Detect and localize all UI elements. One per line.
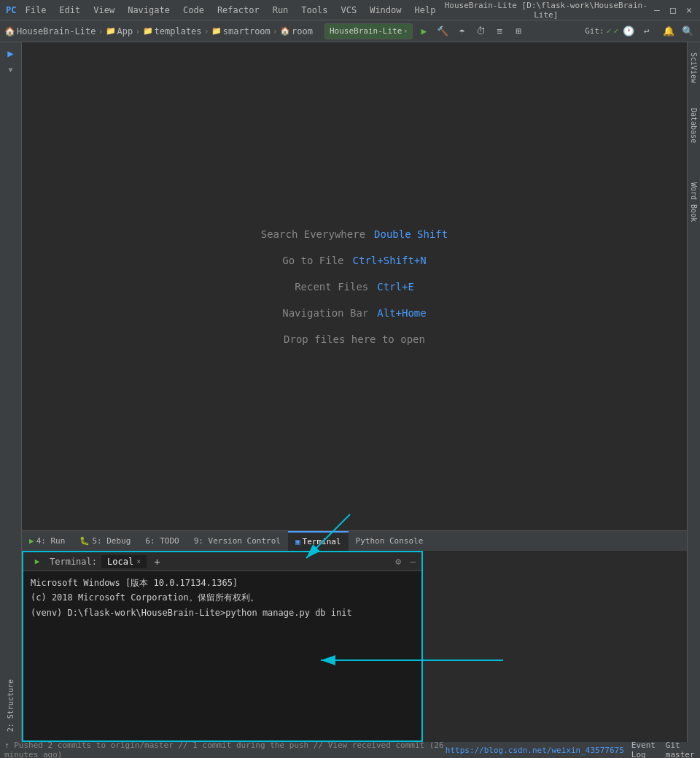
terminal-local-tab[interactable]: Local × [101,555,147,568]
hint-goto: Go to File Ctrl+Shift+N [282,255,426,266]
git-rollback-button[interactable]: ↩ [639,23,655,39]
menu-code[interactable]: Code [179,2,209,18]
git-label: Git: [585,26,604,36]
breadcrumb-project[interactable]: HouseBrain-Lite [17,26,96,36]
menu-refactor[interactable]: Refactor [213,2,264,18]
breadcrumb-smartroom[interactable]: smartroom [223,26,271,36]
run-config-dropdown[interactable]: ▾ [403,27,408,35]
run-config-label: HouseBrain-Lite [330,26,402,36]
git-branch[interactable]: Git master [666,740,696,758]
terminal-line-2: (c) 2018 Microsoft Corporation。保留所有权利。 [31,590,414,605]
debug-tab-label: 5: Debug [92,536,131,546]
terminal-minimize-btn[interactable]: — [410,556,416,567]
extra-button[interactable]: ⊞ [510,23,526,39]
left-sidebar: ▶ ▼ 2: Structure [0,42,22,742]
menu-run[interactable]: Run [268,2,293,18]
bottom-tabs-row: ▶ 4: Run 🐛 5: Debug 6: TODO 9: Version C… [22,530,687,551]
maximize-button[interactable]: □ [668,5,678,15]
database-tab[interactable]: Database [688,104,699,147]
title-bar: PC File Edit View Navigate Code Refactor… [0,0,700,20]
menu-help[interactable]: Help [411,2,440,18]
hint-search: Search Everywhere Double Shift [261,228,448,240]
terminal-panel: ▶ Terminal: Local × + ⚙ — M [22,551,423,742]
breadcrumb-root[interactable]: 🏠 [4,26,15,36]
folder-icon-templates: 📁 [143,26,153,36]
git-push-message: ↑ Pushed 2 commits to origin/master // 1… [4,740,446,758]
menu-tools[interactable]: Tools [297,2,332,18]
folder-icon-smartroom: 📁 [211,26,222,36]
blog-url[interactable]: https://blog.csdn.net/weixin_43577675 [446,746,624,755]
tab-todo[interactable]: 6: TODO [138,531,186,552]
menu-file[interactable]: File [20,2,50,18]
profile-button[interactable]: ⏱ [472,23,489,39]
terminal-body: Microsoft Windows [版本 10.0.17134.1365] (… [23,571,421,740]
menu-navigate[interactable]: Navigate [123,2,174,18]
hint-recent: Recent Files Ctrl+E [295,281,414,293]
tab-python-console[interactable]: Python Console [349,531,431,552]
tab-run[interactable]: ▶ 4: Run [22,531,72,552]
tab-terminal[interactable]: ▣ Terminal [288,531,349,552]
editor-empty-state: Search Everywhere Double Shift Go to Fil… [22,42,687,530]
scview-tab[interactable]: SciView [688,48,699,88]
terminal-settings-btn[interactable]: ⚙ [395,556,401,567]
todo-tab-label: 6: TODO [145,536,179,546]
more-button[interactable]: ≡ [491,23,508,39]
terminal-line-1: Microsoft Windows [版本 10.0.17134.1365] [31,576,414,590]
terminal-label: Terminal: [50,557,97,567]
git-history-button[interactable]: 🕐 [621,23,637,39]
terminal-header: ▶ Terminal: Local × + ⚙ — [23,552,421,571]
search-button[interactable]: 🔍 [680,23,696,39]
hint-drop: Drop files here to open [284,333,425,345]
terminal-wrapper: ▶ Terminal: Local × + ⚙ — M [22,551,687,742]
menu-edit[interactable]: Edit [55,2,85,18]
app-icon: PC [6,5,16,15]
menu-window[interactable]: Window [365,2,405,18]
structure-tab[interactable]: 2: Structure [5,673,16,738]
terminal-close-btn[interactable]: × [136,557,141,565]
breadcrumb-app[interactable]: App [117,26,133,36]
tab-debug[interactable]: 🐛 5: Debug [72,531,138,552]
python-console-label: Python Console [356,536,424,546]
terminal-tab-label: Terminal [303,537,341,546]
breadcrumb-room[interactable]: room [292,26,313,36]
build-button[interactable]: 🔨 [435,23,451,39]
git-tick-icon: ✓ [613,26,618,36]
terminal-line-3: (venv) D:\flask-work\HouseBrain-Lite>pyt… [31,606,414,620]
word-book-tab[interactable]: Word Book [688,178,699,226]
terminal-local-label: Local [107,557,133,567]
run-tab-icon: ▶ [29,536,34,546]
status-bar: ↑ Pushed 2 commits to origin/master // 1… [0,742,700,758]
run-tab-label: 4: Run [36,536,66,546]
vc-tab-label: 9: Version Control [194,536,281,546]
folder-icon-room: 🏠 [280,26,290,36]
breadcrumb-templates[interactable]: templates [155,26,202,36]
tab-version-control[interactable]: 9: Version Control [187,531,288,552]
event-log[interactable]: Event Log [631,740,658,758]
run-button[interactable]: ▶ [416,23,432,39]
folder-icon-app: 📁 [106,26,116,36]
terminal-tab-icon: ▣ [295,537,300,546]
nav-bar: 🏠 HouseBrain-Lite › 📁 App › 📁 templates … [0,20,700,42]
coverage-button[interactable]: ☂ [454,23,470,39]
minimize-button[interactable]: — [652,5,662,15]
close-button[interactable]: ✕ [684,5,694,15]
terminal-add-tab[interactable]: + [151,556,163,568]
remainder-panel [423,551,687,742]
bottom-panels: ▶ 4: Run 🐛 5: Debug 6: TODO 9: Version C… [22,530,687,742]
terminal-run-btn[interactable]: ▶ [29,554,45,570]
menu-view[interactable]: View [89,2,119,18]
git-check-icon: ✓ [607,26,612,36]
hint-navbar: Navigation Bar Alt+Home [282,307,426,319]
project-panel-toggle[interactable]: ▶ [3,45,19,61]
debug-tab-icon: 🐛 [79,536,90,546]
expand-icon[interactable]: ▼ [3,61,19,77]
menu-vcs[interactable]: VCS [336,2,361,18]
window-title: HouseBrain-Lite [D:\flask-work\HouseBrai… [445,1,648,20]
notifications-button[interactable]: 🔔 [661,23,677,39]
right-sidebar: SciView Database Word Book [687,42,700,742]
